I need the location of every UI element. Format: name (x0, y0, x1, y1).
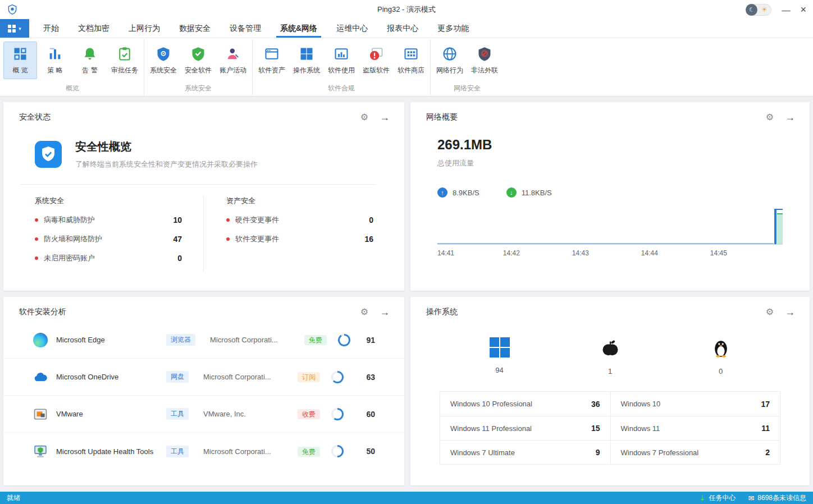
arrow-right-icon[interactable]: → (380, 307, 390, 317)
globe-icon (442, 46, 458, 62)
license-badge: 免费 (304, 335, 327, 345)
theme-toggle[interactable]: ☾ ☀ (746, 4, 771, 16)
ribbon-button-software-usage[interactable]: 软件使用 (325, 42, 358, 79)
ribbon-button-illegal-connection[interactable]: 非法外联 (468, 42, 501, 79)
traffic-chart (437, 209, 783, 245)
software-row[interactable]: Microsoft OneDrive 网盘 Microsoft Corporat… (3, 359, 404, 396)
red-dot-icon (35, 218, 38, 222)
software-row[interactable]: Microsoft Update Health Tools 工具 Microso… (3, 433, 404, 470)
platform-windows: 94 (444, 337, 555, 375)
ribbon-button-alerts[interactable]: 告 警 (73, 42, 107, 79)
ribbon-button-software-assets[interactable]: 软件资产 (255, 42, 289, 79)
ribbon-button-policy[interactable]: 策 略 (38, 42, 72, 79)
install-progress-ring (338, 334, 350, 346)
alert-exclamation-icon (368, 46, 384, 62)
tab-web-behavior[interactable]: 上网行为 (119, 19, 170, 38)
asset-security-section: 资产安全 硬件变更事件 0 软件变更事件 16 (203, 196, 377, 272)
minimize-button[interactable]: — (782, 6, 790, 14)
traffic-chart-x-axis: 14:41 14:42 14:43 14:44 14:45 (437, 249, 783, 258)
ribbon-button-account-activity[interactable]: 账户活动 (216, 42, 250, 79)
list-item[interactable]: 未启用密码账户 0 (35, 253, 182, 263)
arrow-right-icon[interactable]: → (785, 307, 795, 317)
ribbon-button-system-security[interactable]: 系统安全 (147, 42, 180, 79)
linux-tux-icon (710, 337, 732, 359)
ribbon-button-network-behavior[interactable]: 网络行为 (433, 42, 467, 79)
list-item[interactable]: 硬件变更事件 0 (226, 215, 373, 225)
ribbon-button-security-software[interactable]: 安全软件 (181, 42, 215, 79)
task-center-button[interactable]: ⇣ 任务中心 (699, 493, 736, 503)
ribbon-button-approval-tasks[interactable]: 审批任务 (108, 42, 141, 79)
tab-data-security[interactable]: 数据安全 (170, 19, 220, 38)
card-title: 网络概要 (426, 112, 458, 122)
titlebar: Ping32 - 演示模式 ☾ ☀ — × (0, 0, 813, 19)
card-software-analysis: 软件安装分析 ⚙ → Microsoft Edge 浏览器 Microsoft … (3, 297, 404, 485)
gear-icon[interactable]: ⚙ (766, 308, 774, 317)
app-window-icon (264, 46, 280, 62)
software-vendor: VMware, Inc. (203, 410, 289, 418)
list-item[interactable]: 病毒和威胁防护 10 (35, 215, 182, 225)
software-vendor: Microsoft Corporati... (203, 447, 289, 456)
tab-start[interactable]: 开始 (34, 19, 68, 38)
download-rate-value: 11.8KB/S (522, 189, 552, 197)
ribbon-button-label: 操作系统 (293, 66, 320, 75)
onedrive-icon (33, 369, 48, 385)
ribbon-button-software-store[interactable]: 软件商店 (394, 42, 428, 79)
ribbon-button-pirated-software[interactable]: 盗版软件 (359, 42, 393, 79)
card-operating-systems: 操作系统 ⚙ → 94 1 (410, 297, 810, 485)
ribbon-button-operating-system[interactable]: 操作系统 (290, 42, 323, 79)
table-cell: Windows 10 17 (610, 392, 780, 416)
tab-system-network[interactable]: 系统&网络 (271, 19, 327, 38)
list-item[interactable]: 防火墙和网络防护 47 (35, 234, 182, 244)
bell-icon (82, 46, 98, 62)
os-version-count: 36 (591, 400, 600, 409)
upload-rate: ↑ 8.9KB/S (437, 187, 479, 198)
vmware-icon (33, 406, 48, 422)
statusbar: 就绪 ⇣ 任务中心 ✉ 8698条未读信息 (0, 492, 813, 504)
software-vendor: Microsoft Corporati... (203, 373, 289, 381)
platform-apple: 1 (555, 337, 665, 375)
tab-doc-encryption[interactable]: 文档加密 (68, 19, 119, 38)
software-row[interactable]: VMware 工具 VMware, Inc. 收费 60 (3, 396, 404, 433)
gear-icon[interactable]: ⚙ (360, 113, 368, 122)
x-tick: 14:45 (710, 249, 727, 257)
arrow-right-icon[interactable]: → (380, 112, 390, 122)
gear-icon[interactable]: ⚙ (766, 113, 774, 122)
arrow-right-icon[interactable]: → (785, 112, 795, 122)
license-badge: 免费 (298, 447, 320, 457)
platform-count: 0 (719, 367, 723, 375)
os-version-label: Windows 10 Professional (450, 400, 591, 408)
unread-messages-button[interactable]: ✉ 8698条未读信息 (748, 493, 806, 503)
tab-device-management[interactable]: 设备管理 (220, 19, 271, 38)
ribbon-button-label: 软件资产 (258, 66, 285, 75)
tab-ops-center[interactable]: 运维中心 (327, 19, 377, 38)
gear-icon[interactable]: ⚙ (360, 308, 368, 317)
traffic-chart-download-spike (777, 213, 783, 244)
ribbon-tabbar: ▾ 开始 文档加密 上网行为 数据安全 设备管理 系统&网络 运维中心 报表中心… (0, 19, 813, 38)
item-value: 0 (369, 216, 373, 224)
ribbon-group-label: 软件合规 (255, 82, 428, 96)
software-row[interactable]: Microsoft Edge 浏览器 Microsoft Corporati..… (3, 322, 404, 359)
tab-report-center[interactable]: 报表中心 (377, 19, 428, 38)
policy-bars-icon (47, 46, 63, 62)
close-button[interactable]: × (800, 4, 806, 15)
ribbon-button-overview[interactable]: 概 览 (3, 42, 37, 79)
ribbon-button-label: 审批任务 (111, 66, 138, 75)
unread-messages-label: 8698条未读信息 (757, 493, 806, 503)
platform-count: 1 (608, 367, 612, 375)
moon-icon: ☾ (746, 4, 757, 16)
ribbon-group-system-security: 系统安全 安全软件 账户活动 系统安全 (144, 39, 253, 96)
shield-block-icon (477, 46, 492, 62)
file-menu-button[interactable]: ▾ (0, 19, 29, 38)
dashboard: 安全状态 ⚙ → 安全性概览 了解终端当前系统安全性和资产变更情况并采取必要操作… (0, 97, 813, 492)
traffic-chart-upload-spike (774, 209, 777, 244)
edge-icon (33, 332, 48, 348)
ribbon-group-overview: 概 览 策 略 告 警 审批任务 概览 (1, 39, 144, 96)
category-badge: 网盘 (166, 371, 189, 383)
item-value: 16 (364, 235, 373, 244)
os-version-count: 2 (765, 448, 770, 457)
item-value: 10 (173, 216, 182, 224)
ribbon-group-label: 系统安全 (147, 82, 250, 96)
tab-more-features[interactable]: 更多功能 (428, 19, 478, 38)
card-security-status: 安全状态 ⚙ → 安全性概览 了解终端当前系统安全性和资产变更情况并采取必要操作… (3, 102, 404, 291)
list-item[interactable]: 软件变更事件 16 (226, 234, 373, 244)
